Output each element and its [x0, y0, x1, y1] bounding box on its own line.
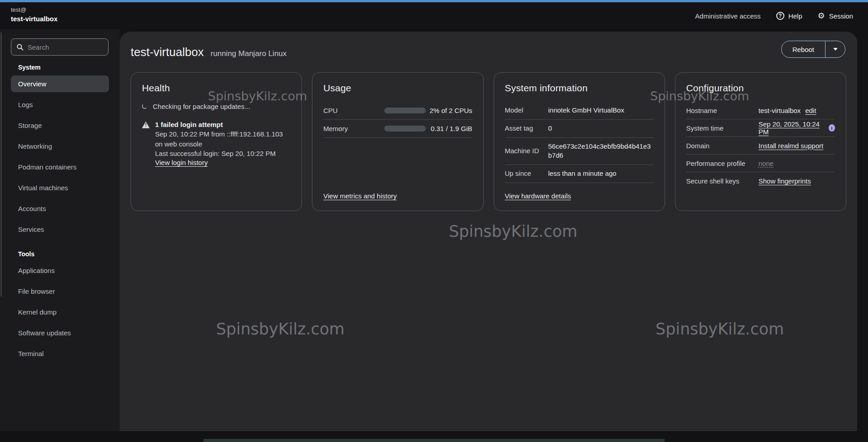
last-login-text: Last successful login: Sep 20, 10:22 PM — [155, 149, 291, 159]
health-card: Health Checking for package updates... 1… — [131, 72, 302, 211]
sidebar-item-networking[interactable]: Networking — [11, 138, 109, 155]
system-time-link[interactable]: Sep 20, 2025, 10:24 PM — [759, 120, 824, 136]
memory-value: 0.31 / 1.9 GiB — [426, 125, 472, 132]
sidebar: SystemOverviewLogsStorageNetworkingPodma… — [0, 29, 120, 442]
health-card-title: Health — [142, 83, 291, 94]
machine-id-value: 56ce673c2e104c3ebfb9bd4b41e3b7d6 — [548, 142, 654, 160]
view-metrics-link[interactable]: View metrics and history — [323, 192, 396, 200]
masthead-user: test@ — [11, 6, 57, 14]
chevron-down-icon — [833, 48, 838, 51]
model-row: Model innotek GmbH VirtualBox — [505, 102, 654, 120]
sidebar-item-services[interactable]: Services — [11, 221, 109, 238]
sidebar-item-virtual-machines[interactable]: Virtual machines — [11, 179, 109, 196]
sidebar-item-podman-containers[interactable]: Podman containers — [11, 159, 109, 175]
model-value: innotek GmbH VirtualBox — [548, 106, 654, 115]
domain-row: Domain Install realmd support — [686, 137, 835, 155]
domain-label: Domain — [686, 142, 759, 150]
usage-card-title: Usage — [323, 83, 472, 94]
failed-login-title: 1 failed login attempt — [155, 121, 291, 128]
sidebar-item-logs[interactable]: Logs — [11, 96, 109, 113]
secure-shell-keys-row: Secure shell keys Show fingerprints — [686, 172, 835, 190]
view-login-history-link[interactable]: View login history — [155, 159, 208, 166]
nav-section-system: System — [11, 64, 109, 71]
page-header: test-virtualbox running Manjaro Linux Re… — [120, 32, 857, 72]
warning-icon — [142, 122, 150, 128]
cpu-value: 2% of 2 CPUs — [426, 107, 472, 114]
search-box[interactable] — [11, 38, 108, 56]
performance-profile-row: Performance profile none — [686, 155, 835, 172]
sidebar-scrollbar[interactable] — [0, 32, 2, 296]
cpu-usage-row: CPU 2% of 2 CPUs — [323, 102, 472, 120]
sidebar-item-storage[interactable]: Storage — [11, 117, 109, 134]
edit-hostname-link[interactable]: edit — [805, 107, 816, 114]
hostname-label: Hostname — [686, 107, 759, 114]
health-checking-text: Checking for package updates... — [153, 102, 250, 112]
system-information-card: System information Model innotek GmbH Vi… — [494, 72, 665, 211]
secure-shell-keys-label: Secure shell keys — [686, 177, 759, 185]
session-label: Session — [829, 12, 853, 20]
system-time-label: System time — [686, 124, 759, 132]
machine-id-row: Machine ID 56ce673c2e104c3ebfb9bd4b41e3b… — [505, 138, 654, 165]
sidebar-item-software-updates[interactable]: Software updates — [11, 324, 109, 341]
cpu-label: CPU — [323, 107, 384, 114]
gear-icon: ⚙ — [817, 12, 825, 20]
sidebar-item-overview[interactable]: Overview — [11, 75, 109, 92]
cpu-progress-bar — [384, 108, 426, 113]
search-input[interactable] — [28, 43, 95, 51]
system-time-row: System time Sep 20, 2025, 10:24 PM i — [686, 119, 835, 137]
up-since-row: Up since less than a minute ago — [505, 165, 654, 183]
up-since-value: less than a minute ago — [548, 169, 654, 178]
asset-tag-value: 0 — [548, 124, 654, 133]
view-hardware-details-link[interactable]: View hardware details — [505, 192, 571, 200]
help-button[interactable]: ? Help — [776, 12, 802, 20]
sidebar-item-file-browser[interactable]: File browser — [11, 283, 109, 300]
brand-host: test@ test-virtualbox — [11, 6, 57, 24]
spinner-icon — [142, 103, 147, 109]
memory-label: Memory — [323, 125, 384, 132]
sidebar-item-applications[interactable]: Applications — [11, 262, 109, 279]
reboot-dropdown-toggle[interactable] — [825, 41, 845, 57]
help-label: Help — [788, 12, 802, 20]
memory-usage-row: Memory 0.31 / 1.9 GiB — [323, 120, 472, 138]
session-button[interactable]: ⚙ Session — [817, 12, 853, 20]
sidebar-item-terminal[interactable]: Terminal — [11, 345, 109, 362]
machine-id-label: Machine ID — [505, 146, 548, 155]
overview-cards: Health Checking for package updates... 1… — [131, 72, 846, 211]
memory-progress-bar — [384, 126, 426, 132]
sidebar-item-accounts[interactable]: Accounts — [11, 200, 109, 217]
usage-card: Usage CPU 2% of 2 CPUs Memory 0.31 / 1.9… — [312, 72, 483, 211]
performance-profile-label: Performance profile — [686, 160, 759, 167]
asset-tag-label: Asset tag — [505, 124, 548, 133]
configuration-title: Configuration — [686, 83, 835, 94]
main-panel: test-virtualbox running Manjaro Linux Re… — [120, 32, 857, 431]
background-window-edge — [203, 439, 665, 442]
page-title: test-virtualbox — [131, 45, 204, 59]
show-fingerprints-link[interactable]: Show fingerprints — [759, 177, 811, 185]
reboot-button[interactable]: Reboot — [782, 41, 825, 57]
performance-profile-link[interactable]: none — [759, 160, 774, 167]
up-since-label: Up since — [505, 169, 548, 178]
masthead-hostname: test-virtualbox — [11, 14, 57, 24]
reboot-split-button: Reboot — [781, 41, 845, 58]
sidebar-item-kernel-dump[interactable]: Kernel dump — [11, 304, 109, 320]
page-subtitle: running Manjaro Linux — [211, 49, 287, 58]
configuration-card: Configuration Hostname test-virtualbox e… — [675, 72, 846, 211]
info-icon[interactable]: i — [829, 124, 835, 132]
hostname-value: test-virtualbox — [759, 107, 801, 114]
search-icon — [17, 44, 24, 51]
masthead-controls: Administrative access ? Help ⚙ Session — [695, 2, 853, 29]
help-icon: ? — [776, 12, 784, 20]
hostname-row: Hostname test-virtualbox edit — [686, 102, 835, 119]
asset-tag-row: Asset tag 0 — [505, 120, 654, 138]
model-label: Model — [505, 106, 548, 115]
masthead: test@ test-virtualbox Administrative acc… — [0, 2, 868, 29]
system-information-title: System information — [505, 83, 654, 94]
nav-section-tools: Tools — [11, 250, 109, 258]
administrative-access-button[interactable]: Administrative access — [695, 12, 761, 20]
install-realmd-link[interactable]: Install realmd support — [759, 142, 823, 150]
failed-login-detail: Sep 20, 10:22 PM from ::ffff:192.168.1.1… — [155, 129, 291, 149]
sidebar-nav: SystemOverviewLogsStorageNetworkingPodma… — [0, 64, 120, 362]
